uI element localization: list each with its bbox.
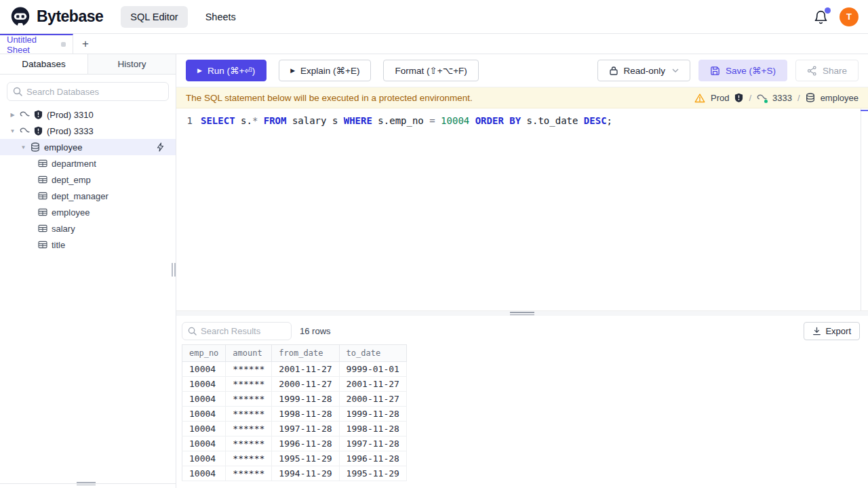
export-button[interactable]: Export [804,322,860,340]
table-icon [38,241,47,249]
topbar-right: T [814,7,859,26]
results-search-input[interactable] [201,326,285,336]
tree-item-table-dept_manager[interactable]: dept_manager [0,188,176,204]
tree-item-table-title[interactable]: title [0,237,176,253]
quick-action-bolt-icon[interactable] [156,142,164,152]
mysql-icon [20,110,30,119]
run-button[interactable]: ▶ Run (⌘+⏎) [186,60,267,81]
column-header-emp_no: emp_no [182,345,226,362]
breadcrumb-separator: / [749,93,751,103]
lock-icon [609,66,618,75]
sql-code-line[interactable]: SELECT s.* FROM salary s WHERE s.emp_no … [201,114,612,127]
table-icon [38,159,47,167]
results-header-row: emp_noamountfrom_dateto_date [182,345,407,362]
table-label: dept_manager [52,191,108,201]
instance-label: (Prod) 3333 [47,126,94,136]
chevron-down-icon[interactable]: ▼ [9,128,16,134]
search-icon [13,87,22,96]
table-icon [38,192,47,200]
brand[interactable]: Bytebase [9,6,103,28]
ruler-cursor-mark [861,110,868,111]
tab-history[interactable]: History [88,54,176,74]
results-search[interactable] [182,322,292,340]
shield-alert-icon [34,126,43,136]
sheet-tab-untitled[interactable]: Untitled Sheet [0,34,73,54]
top-nav: SQL Editor Sheets [121,6,245,28]
database-search-input[interactable] [26,87,163,97]
notifications-button[interactable] [814,9,829,24]
chevron-down-icon [672,68,679,73]
result-row[interactable]: 10004******2001-11-279999-01-01 [182,362,407,377]
share-icon [807,66,817,76]
results-toolbar: 16 rows Export [176,316,868,344]
database-icon [31,142,40,152]
top-bar: Bytebase SQL Editor Sheets T [0,0,868,34]
sheet-tab-bar: Untitled Sheet + [0,34,868,54]
row-count: 16 rows [300,326,331,336]
table-label: employee [52,207,90,218]
chevron-right-icon[interactable]: ▶ [9,112,16,118]
line-number: 1 [176,114,201,127]
tab-databases[interactable]: Databases [0,54,88,74]
tree-item-table-salary[interactable]: salary [0,220,176,237]
tree-item-table-employee[interactable]: employee [0,204,176,220]
tree-item-database-employee[interactable]: ▼ employee [0,139,176,155]
chevron-down-icon[interactable]: ▼ [20,144,26,150]
online-status-dot [764,100,768,103]
toolbar-right-group: Read-only Save (⌘+S) [597,60,859,81]
play-icon: ▶ [290,67,295,74]
brand-name: Bytebase [37,7,103,26]
unsaved-indicator [61,42,66,47]
result-row[interactable]: 10004******1995-11-291996-11-28 [182,451,407,466]
database-tree: ▶ (Prod) 3310 ▼ [0,106,176,253]
tree-item-table-department[interactable]: department [0,155,176,171]
mysql-icon [757,94,767,102]
save-button[interactable]: Save (⌘+S) [698,60,787,81]
result-row[interactable]: 10004******2000-11-272001-11-27 [182,377,407,392]
drag-handle-icon [510,312,534,317]
banner-message: The SQL statement below will be executed… [186,93,473,103]
table-label: title [52,240,65,250]
results-resize-divider[interactable] [176,310,868,316]
result-row[interactable]: 10004******1998-11-281999-11-28 [182,407,407,422]
column-header-amount: amount [226,345,272,362]
tree-item-instance-3310[interactable]: ▶ (Prod) 3310 [0,106,176,123]
result-row[interactable]: 10004******1996-11-281997-11-28 [182,436,407,451]
shield-alert-icon [734,93,743,102]
instance-label[interactable]: 3333 [772,93,792,103]
share-button[interactable]: Share [795,60,859,81]
sidebar-resize-handle[interactable] [172,263,176,277]
breadcrumb-separator: / [797,93,800,103]
readonly-mode-button[interactable]: Read-only [597,60,691,81]
connection-breadcrumb: Prod / 3333 / [694,93,859,103]
database-label: employee [44,142,82,152]
avatar[interactable]: T [840,7,859,26]
editor-overview-ruler[interactable] [861,108,868,310]
table-label: salary [52,224,75,234]
environment-label[interactable]: Prod [711,93,729,103]
format-button[interactable]: Format (⇧+⌥+F) [383,60,478,81]
database-search[interactable] [7,82,169,101]
table-label: dept_emp [52,175,91,185]
result-row[interactable]: 10004******1994-11-291995-11-29 [182,466,407,481]
results-panel: 16 rows Export emp_noamountfrom_dateto_d… [176,316,868,488]
code-line: 1 SELECT s.* FROM salary s WHERE s.emp_n… [176,108,868,127]
tree-item-table-dept_emp[interactable]: dept_emp [0,171,176,188]
add-sheet-button[interactable]: + [73,34,98,54]
save-icon [710,66,720,76]
explain-button[interactable]: ▶ Explain (⌘+E) [279,60,371,81]
nav-sql-editor[interactable]: SQL Editor [121,6,187,28]
result-row[interactable]: 10004******1997-11-281998-11-28 [182,422,407,436]
sidebar-tabs: Databases History [0,54,176,75]
table-icon [38,208,47,216]
result-row[interactable]: 10004******1999-11-282000-11-27 [182,392,407,407]
nav-sheets[interactable]: Sheets [196,6,245,28]
tree-item-instance-3333[interactable]: ▼ (Prod) 3333 [0,123,176,139]
database-label[interactable]: employee [821,93,859,103]
sql-editor-area[interactable]: 1 SELECT s.* FROM salary s WHERE s.emp_n… [176,108,868,310]
sidebar-bottom-resize-handle[interactable] [77,482,96,487]
main-panel: ▶ Run (⌘+⏎) ▶ Explain (⌘+E) Format (⇧+⌥+… [176,54,868,488]
notification-badge [825,7,831,14]
warning-triangle-icon [694,93,705,103]
column-header-to_date: to_date [339,345,406,362]
